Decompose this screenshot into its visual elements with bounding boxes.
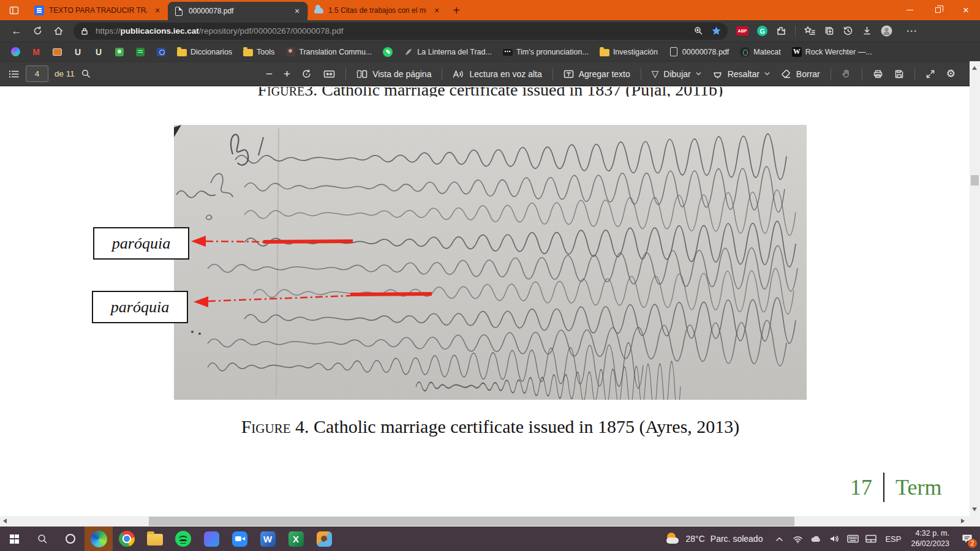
table-of-contents-icon[interactable]	[9, 69, 20, 79]
horizontal-scrollbar[interactable]	[0, 516, 970, 527]
bookmark-rock-werchter[interactable]: WRock Werchter —...	[788, 45, 876, 59]
draw-button[interactable]: ▽ Dibujar	[646, 65, 707, 83]
touch-keyboard-icon[interactable]	[843, 527, 862, 551]
scroll-down-arrow[interactable]	[972, 508, 977, 511]
restore-button[interactable]	[924, 0, 952, 20]
extensions-puzzle-icon[interactable]	[776, 26, 786, 36]
fit-width-button[interactable]	[318, 66, 341, 83]
chevron-down-icon[interactable]	[696, 72, 701, 76]
weather-icon	[666, 532, 680, 545]
bookmark-green-app[interactable]	[132, 45, 149, 59]
close-window-button[interactable]: ×	[952, 0, 980, 20]
bookmark-monitor[interactable]	[48, 45, 66, 59]
print-button[interactable]	[867, 66, 889, 83]
cortana-icon[interactable]	[56, 527, 85, 551]
chevron-down-icon[interactable]	[764, 72, 770, 76]
taskbar-zoom-icon[interactable]	[225, 527, 254, 551]
add-text-button[interactable]: Agregar texto	[558, 66, 636, 83]
taskbar-file-explorer-icon[interactable]	[141, 527, 169, 551]
url-text[interactable]: https://publicacions.iec.cat/repository/…	[96, 26, 693, 36]
zoom-out-button[interactable]: −	[260, 64, 278, 84]
scroll-right-arrow[interactable]	[961, 519, 965, 523]
volume-icon[interactable]	[825, 527, 843, 551]
tab-texto-para-traducir[interactable]: TEXTO PARA TRADUCIR TRAD. C ×	[28, 0, 168, 20]
home-button[interactable]	[48, 23, 69, 40]
bookmark-whatsapp[interactable]	[379, 45, 396, 59]
bookmark-folder-diccionarios[interactable]: Diccionarios	[173, 45, 236, 59]
time-text: 4:32 p. m.	[911, 528, 949, 539]
highlight-button[interactable]: Resaltar	[707, 66, 775, 83]
action-center-icon[interactable]: 2	[954, 527, 980, 551]
scroll-left-arrow[interactable]	[3, 519, 7, 523]
history-icon[interactable]	[843, 26, 853, 36]
bookmark-folder-investigacion[interactable]: Investigación	[596, 45, 662, 59]
collections-icon[interactable]	[824, 26, 834, 36]
bookmark-u2[interactable]: U	[90, 45, 107, 59]
language-indicator[interactable]: ESP	[880, 534, 906, 544]
close-tab-icon[interactable]: ×	[292, 6, 303, 17]
taskbar-edge-icon[interactable]	[85, 527, 113, 551]
zoom-in-button[interactable]: +	[278, 64, 296, 84]
page-number-input[interactable]: 4	[26, 66, 48, 82]
taskbar-word-icon[interactable]: W	[254, 527, 282, 551]
zoom-search-icon[interactable]	[693, 26, 704, 36]
profile-avatar[interactable]	[881, 25, 892, 37]
weather-widget[interactable]: 28°C Parc. soleado	[658, 532, 771, 545]
favorites-list-icon[interactable]	[804, 26, 815, 36]
refresh-button[interactable]	[27, 23, 48, 40]
bookmark-contacts[interactable]	[111, 45, 128, 59]
save-button[interactable]	[889, 66, 910, 83]
new-tab-button[interactable]: +	[447, 1, 466, 20]
bookmark-copilot[interactable]	[7, 45, 24, 58]
show-hidden-icons-chevron[interactable]	[770, 527, 788, 551]
favorite-star-icon[interactable]	[711, 26, 722, 36]
taskbar-search-icon[interactable]	[28, 527, 56, 551]
bookmark-blue-app[interactable]	[153, 45, 170, 59]
taskbar-excel-icon[interactable]: X	[282, 527, 310, 551]
rotate-button[interactable]	[296, 65, 318, 83]
read-aloud-button[interactable]: Lectura en voz alta	[447, 66, 547, 83]
taskbar-game-icon[interactable]	[310, 527, 338, 551]
bookmark-matecat[interactable]: Matecat	[736, 45, 784, 59]
vertical-scrollbar[interactable]	[970, 61, 980, 516]
taskbar-spotify-icon[interactable]	[169, 527, 197, 551]
scroll-up-arrow[interactable]	[972, 66, 977, 70]
bookmark-la-linterna[interactable]: La Linterna del Trad...	[400, 45, 496, 59]
downloads-icon[interactable]	[862, 26, 872, 36]
taskbar-photos-icon[interactable]	[197, 527, 225, 551]
bookmark-u1[interactable]: U	[69, 45, 86, 59]
running-header-text: Term	[895, 474, 941, 500]
fullscreen-button[interactable]	[920, 66, 941, 83]
address-bar[interactable]: https://publicacions.iec.cat/repository/…	[74, 23, 728, 40]
onedrive-cloud-icon[interactable]	[807, 527, 825, 551]
touchpad-icon[interactable]	[862, 527, 880, 551]
page-view-button[interactable]: Vista de página	[351, 66, 437, 83]
erase-label: Borrar	[796, 69, 820, 79]
wifi-icon[interactable]	[788, 527, 807, 551]
tab-pdf-active[interactable]: 00000078.pdf ×	[168, 2, 307, 20]
bookmark-folder-tools[interactable]: Tools	[239, 45, 278, 59]
adblock-plus-icon[interactable]: ABP	[736, 26, 748, 36]
tab-actions-menu-icon[interactable]	[0, 0, 28, 20]
u-icon: U	[73, 47, 83, 57]
erase-button[interactable]: Borrar	[775, 66, 826, 83]
bookmark-pdf-file[interactable]: 00000078.pdf	[665, 45, 733, 59]
clock-widget[interactable]: 4:32 p. m. 26/02/2023	[906, 528, 954, 549]
start-button[interactable]	[0, 527, 28, 551]
minimize-button[interactable]	[895, 0, 924, 20]
grammarly-icon[interactable]: G	[757, 26, 767, 36]
folder-icon	[177, 49, 187, 56]
pdf-settings-gear-icon[interactable]: ⚙	[941, 64, 961, 84]
close-tab-icon[interactable]: ×	[431, 5, 442, 16]
close-tab-icon[interactable]: ×	[152, 5, 163, 16]
tab-citas-trabajos[interactable]: 1.5 Citas de trabajos con el mism ×	[307, 0, 447, 20]
taskbar-chrome-icon[interactable]	[113, 527, 141, 551]
bookmark-tims-pronunciation[interactable]: Tim's pronunciation...	[499, 45, 592, 59]
bookmark-gmail[interactable]: M	[28, 45, 45, 59]
vertical-scroll-thumb[interactable]	[971, 175, 979, 186]
bookmark-translation-commons[interactable]: Translation Commu...	[282, 45, 375, 59]
settings-menu-icon[interactable]: ⋯	[901, 23, 922, 40]
back-button[interactable]: ←	[6, 23, 27, 40]
horizontal-scroll-thumb[interactable]	[149, 517, 794, 526]
search-document-icon[interactable]	[81, 69, 91, 79]
